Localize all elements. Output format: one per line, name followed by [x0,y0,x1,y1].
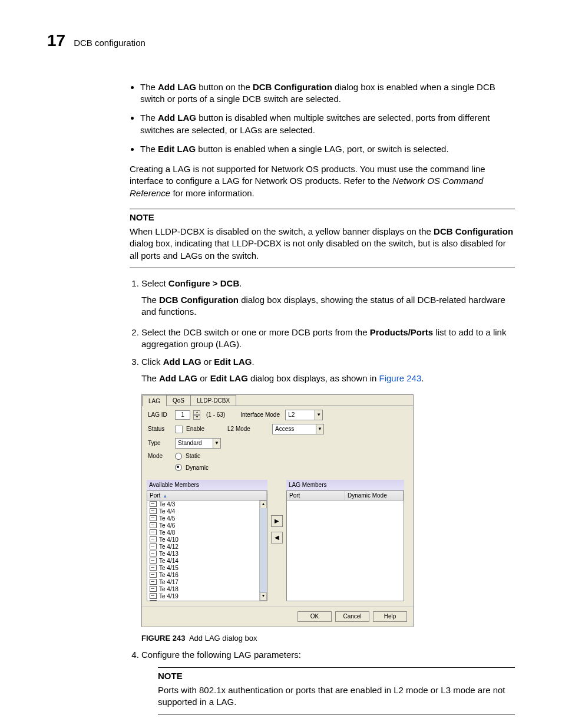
available-members-header: Port▲ [147,490,267,500]
type-label: Type [148,439,171,447]
list-item[interactable]: Te 4/17 [147,578,267,585]
dialog-figure: LAG QoS LLDP-DCBX LAG ID 1 ▴▾ (1 - 63) I… [141,394,515,644]
note2-rule-bottom [158,714,515,714]
lag-id-range: (1 - 63) [206,411,225,419]
status-checkbox-label: Enable [186,425,216,433]
lists-row: Available Members Port▲ Te 4/3Te 4/4Te 4… [142,480,413,606]
lag-id-label: LAG ID [148,411,171,419]
list-item[interactable]: Te 4/19 [147,592,267,599]
step-1-sub: The DCB Configuration dialog box display… [141,294,515,318]
list-item[interactable]: Te 4/3 [147,500,267,508]
bullet-list: The Add LAG button on the DCB Configurat… [130,81,515,155]
page-title: DCB configuration [74,37,146,49]
steps: Select Configure > DCB. The DCB Configur… [130,278,515,715]
move-right-button[interactable]: ▶ [271,515,283,527]
step-2: Select the DCB switch or one or more DCB… [141,327,515,351]
lag-dynmode-col[interactable]: Dynamic Mode [345,491,404,500]
figure-link[interactable]: Figure 243 [379,373,422,383]
available-members-list[interactable]: Te 4/3Te 4/4Te 4/5Te 4/6Te 4/8Te 4/10Te … [147,500,267,601]
figure-caption: FIGURE 243 Add LAG dialog box [141,633,515,644]
dialog-buttons: OK Cancel Help [142,606,413,627]
bullet-3: The Edit LAG button is enabled when a si… [140,143,515,155]
tab-lag[interactable]: LAG [142,396,167,407]
transfer-buttons: ▶ ◀ [271,480,283,543]
list-item[interactable]: Te 4/6 [147,522,267,529]
available-members-box: Available Members Port▲ Te 4/3Te 4/4Te 4… [147,480,267,601]
page-number: 17 [47,29,65,52]
port-icon [150,543,157,549]
dialog-form: LAG ID 1 ▴▾ (1 - 63) Interface Mode L2 ▼ [142,406,413,480]
list-item[interactable]: Te 4/13 [147,550,267,557]
lag-id-spinner[interactable]: ▴▾ [193,410,200,420]
mode-label: Mode [148,452,171,460]
lag-members-header: Port Dynamic Mode [286,490,404,500]
list-item[interactable]: Te 4/16 [147,571,267,578]
list-item[interactable]: Te 4/18 [147,585,267,592]
step-3: Click Add LAG or Edit LAG. The Add LAG o… [141,356,515,643]
move-left-button[interactable]: ◀ [271,532,283,543]
list-item[interactable]: Te 4/14 [147,557,267,564]
status-checkbox[interactable] [175,426,183,433]
scrollbar[interactable]: ▴ ▾ [259,500,267,601]
step-1: Select Configure > DCB. The DCB Configur… [141,278,515,318]
page-header: 17 DCB configuration [47,29,515,52]
port-icon [150,579,157,585]
scroll-up-icon[interactable]: ▴ [260,500,267,509]
status-label: Status [148,425,171,433]
list-item[interactable]: Te 4/15 [147,564,267,571]
help-button[interactable]: Help [373,611,407,622]
cancel-button[interactable]: Cancel [335,611,369,622]
lag-port-col[interactable]: Port [287,491,345,500]
mode-dynamic-radio[interactable] [175,464,182,471]
note-2-label: NOTE [158,670,515,682]
list-item[interactable]: Te 4/8 [147,529,267,536]
ok-button[interactable]: OK [297,611,332,622]
port-icon [150,558,157,564]
lag-id-input[interactable]: 1 [175,410,190,420]
list-item[interactable]: Te 4/20 [147,599,267,601]
note-rule-top [130,209,515,209]
intro-paragraph: Creating a LAG is not supported for Netw… [130,163,515,199]
type-select[interactable]: Standard ▼ [175,438,221,449]
note-1-body: When LLDP-DCBX is disabled on the switch… [130,226,515,262]
port-icon [150,586,157,592]
scroll-down-icon[interactable]: ▾ [260,592,267,601]
chevron-down-icon: ▼ [315,410,322,420]
note-rule-bottom [130,268,515,268]
iface-mode-label: Interface Mode [240,411,282,419]
lag-members-box: LAG Members Port Dynamic Mode [286,480,404,601]
lag-members-list[interactable] [286,500,404,601]
chevron-down-icon: ▼ [213,439,220,448]
bullet-1: The Add LAG button on the DCB Configurat… [140,81,515,106]
tab-lldp-dcbx[interactable]: LLDP-DCBX [190,395,236,406]
note-1-label: NOTE [130,212,515,223]
iface-mode-select[interactable]: L2 ▼ [285,410,323,420]
chevron-down-icon: ▼ [316,424,323,434]
step-4: Configure the following LAG parameters: … [141,649,515,714]
mode-static-radio[interactable] [175,453,182,460]
mode-static-label: Static [186,452,200,460]
note2-rule-top [158,667,515,668]
add-lag-dialog: LAG QoS LLDP-DCBX LAG ID 1 ▴▾ (1 - 63) I… [141,394,414,627]
tab-qos[interactable]: QoS [166,395,191,406]
port-icon [150,536,157,542]
list-item[interactable]: Te 4/4 [147,508,267,515]
list-item[interactable]: Te 4/12 [147,543,267,550]
lag-members-title: LAG Members [286,480,404,490]
port-icon [150,565,157,571]
dialog-tabs: LAG QoS LLDP-DCBX [142,395,413,407]
port-icon [150,600,157,601]
port-icon [150,515,157,521]
available-port-col[interactable]: Port▲ [147,491,267,500]
port-label: Te 4/20 [159,599,178,602]
bullet-2: The Add LAG button is disabled when mult… [140,112,515,136]
port-icon [150,501,157,507]
port-icon [150,593,157,599]
list-item[interactable]: Te 4/5 [147,515,267,522]
list-item[interactable]: Te 4/10 [147,536,267,543]
port-icon [150,529,157,535]
available-members-title: Available Members [147,480,267,490]
l2-mode-select[interactable]: Access ▼ [272,424,324,434]
port-icon [150,551,157,556]
step-3-sub: The Add LAG or Edit LAG dialog box displ… [141,373,515,384]
